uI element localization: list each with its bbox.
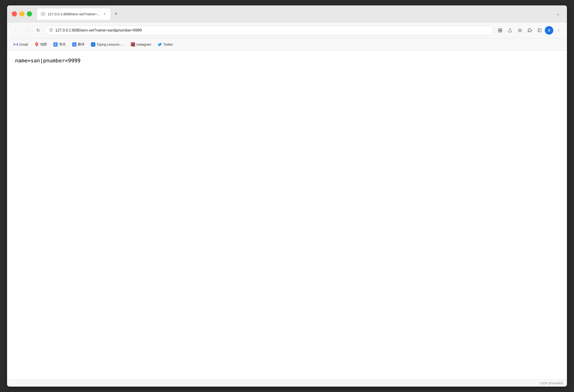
svg-point-1 bbox=[42, 13, 43, 14]
bookmark-typing-label: Typing Lessons -... bbox=[97, 42, 124, 46]
bookmark-instagram-label: Instagram bbox=[136, 42, 151, 46]
window-collapse-button[interactable]: ⌄ bbox=[554, 10, 562, 18]
svg-marker-9 bbox=[518, 28, 522, 32]
share-button[interactable] bbox=[505, 26, 515, 35]
bookmark-twitter-label: Twitter bbox=[163, 42, 173, 46]
traffic-lights bbox=[12, 11, 32, 17]
bookmark-maps-label: 地图 bbox=[40, 42, 47, 47]
bookmark-news[interactable]: G 资讯 bbox=[51, 41, 68, 48]
tab-close-button[interactable]: × bbox=[102, 12, 107, 16]
menu-button[interactable] bbox=[554, 26, 563, 35]
svg-point-15 bbox=[36, 43, 37, 44]
svg-point-3 bbox=[51, 29, 52, 30]
bookmarks-bar: Gmail 地图 G 资讯 bbox=[7, 38, 567, 51]
extensions-button[interactable] bbox=[525, 26, 534, 35]
new-tab-button[interactable]: + bbox=[112, 10, 120, 18]
status-bar: CSDN @Xiao8830 bbox=[7, 380, 567, 387]
bookmark-gmail[interactable]: Gmail bbox=[11, 41, 31, 48]
svg-rect-10 bbox=[538, 29, 541, 32]
maps-icon bbox=[35, 42, 39, 47]
browser-window: 127.0.0.1:8080/ann-set?name=... × + ⌄ ← … bbox=[7, 5, 567, 387]
maximize-button[interactable] bbox=[27, 11, 32, 17]
back-button[interactable]: ← bbox=[11, 26, 20, 35]
page-body-text: name=san|pnumber=9999 bbox=[15, 58, 559, 63]
svg-point-14 bbox=[558, 31, 559, 32]
sidebar-button[interactable] bbox=[535, 26, 544, 35]
bookmark-instagram[interactable]: 📷 Instagram bbox=[128, 41, 154, 48]
svg-text:译: 译 bbox=[73, 43, 75, 46]
svg-rect-5 bbox=[500, 28, 502, 30]
forward-button[interactable]: → bbox=[22, 26, 32, 35]
nav-bar: ← → ↻ 127.0.0.1:8080/ann-set?name=san&pn… bbox=[7, 22, 567, 38]
close-button[interactable] bbox=[12, 11, 17, 17]
bookmark-button[interactable] bbox=[515, 26, 525, 35]
tab-bar: 127.0.0.1:8080/ann-set?name=... × + bbox=[37, 8, 554, 20]
svg-text:t: t bbox=[93, 43, 94, 46]
profile-button[interactable]: X bbox=[545, 26, 553, 35]
bookmark-typing[interactable]: t Typing Lessons -... bbox=[88, 41, 127, 48]
bookmark-twitter[interactable]: Twitter bbox=[155, 41, 176, 48]
bookmark-news-label: 资讯 bbox=[59, 42, 66, 47]
instagram-icon: 📷 bbox=[131, 42, 135, 47]
svg-text:G: G bbox=[54, 43, 57, 46]
minimize-button[interactable] bbox=[19, 11, 24, 17]
bookmark-gmail-label: Gmail bbox=[19, 42, 28, 46]
nav-actions: X bbox=[495, 26, 563, 35]
status-text: CSDN @Xiao8830 bbox=[540, 382, 563, 385]
reload-button[interactable]: ↻ bbox=[33, 26, 43, 35]
window-controls: ⌄ bbox=[554, 10, 562, 18]
tab-favicon bbox=[41, 12, 45, 16]
svg-point-12 bbox=[558, 29, 559, 29]
bookmark-translate-label: 翻译 bbox=[78, 42, 84, 47]
address-bar[interactable]: 127.0.0.1:8080/ann-set?name=san&pnumber=… bbox=[45, 25, 493, 35]
news-icon: G bbox=[53, 42, 58, 47]
active-tab[interactable]: 127.0.0.1:8080/ann-set?name=... × bbox=[37, 8, 111, 20]
gmail-icon bbox=[14, 42, 18, 47]
bookmark-maps[interactable]: 地图 bbox=[32, 41, 50, 48]
title-bar: 127.0.0.1:8080/ann-set?name=... × + ⌄ bbox=[7, 5, 567, 22]
address-text: 127.0.0.1:8080/ann-set?name=san&pnumber=… bbox=[55, 28, 489, 32]
bookmark-translate[interactable]: 译 翻译 bbox=[69, 41, 87, 48]
svg-point-13 bbox=[558, 30, 559, 30]
address-security-icon bbox=[49, 28, 53, 33]
twitter-icon bbox=[158, 42, 162, 47]
svg-rect-4 bbox=[498, 28, 500, 30]
tab-title: 127.0.0.1:8080/ann-set?name=... bbox=[48, 12, 100, 16]
typing-icon: t bbox=[91, 42, 95, 47]
translate-icon: 译 bbox=[72, 42, 77, 47]
svg-rect-7 bbox=[500, 30, 502, 32]
page-content: name=san|pnumber=9999 bbox=[7, 51, 567, 380]
translate-button[interactable] bbox=[495, 26, 505, 35]
svg-rect-6 bbox=[498, 30, 500, 32]
